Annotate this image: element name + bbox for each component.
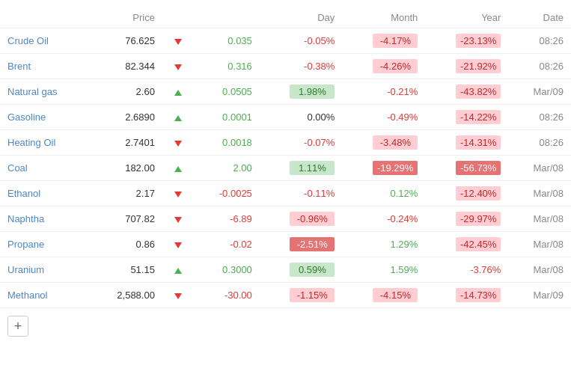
table-row[interactable]: Natural gas 2.60 0.0505 1.98% -0.21% -43… bbox=[0, 79, 571, 105]
col-header-change-abs bbox=[193, 7, 260, 28]
commodity-day: -0.11% bbox=[260, 181, 342, 206]
commodity-year: -23.13% bbox=[425, 28, 508, 54]
commodity-day: 1.11% bbox=[260, 156, 342, 181]
commodity-month: 0.12% bbox=[342, 181, 425, 206]
commodity-day: 0.59% bbox=[260, 257, 342, 283]
table-row[interactable]: Brent 82.344 0.316 -0.38% -4.26% -21.92%… bbox=[0, 54, 571, 79]
commodity-name[interactable]: Coal bbox=[0, 156, 89, 181]
commodity-day: -0.07% bbox=[260, 130, 342, 156]
commodity-arrow bbox=[162, 54, 193, 79]
commodity-year: -21.92% bbox=[425, 54, 508, 79]
commodity-day: 0.00% bbox=[260, 105, 342, 130]
commodity-month: -3.48% bbox=[342, 130, 425, 156]
add-row-button[interactable]: + bbox=[7, 316, 28, 337]
commodity-change-abs: 0.0001 bbox=[193, 105, 260, 130]
commodity-year: -14.22% bbox=[425, 105, 508, 130]
commodity-date: Mar/08 bbox=[508, 181, 571, 206]
table-row[interactable]: Uranium 51.15 0.3000 0.59% 1.59% -3.76% … bbox=[0, 257, 571, 283]
commodity-arrow bbox=[162, 28, 193, 54]
commodity-day: -0.38% bbox=[260, 54, 342, 79]
up-arrow-icon bbox=[174, 90, 182, 96]
commodity-day: -0.96% bbox=[260, 206, 342, 232]
commodity-month: -0.21% bbox=[342, 79, 425, 105]
commodity-change-abs: 0.0018 bbox=[193, 130, 260, 156]
down-arrow-icon bbox=[174, 242, 182, 248]
table-row[interactable]: Heating Oil 2.7401 0.0018 -0.07% -3.48% … bbox=[0, 130, 571, 156]
commodity-change-abs: -0.02 bbox=[193, 232, 260, 257]
commodity-date: 08:26 bbox=[508, 130, 571, 156]
down-arrow-icon bbox=[174, 293, 182, 299]
commodity-name[interactable]: Naphtha bbox=[0, 206, 89, 232]
commodity-name[interactable]: Crude Oil bbox=[0, 28, 89, 54]
table-row[interactable]: Gasoline 2.6890 0.0001 0.00% -0.49% -14.… bbox=[0, 105, 571, 130]
commodity-arrow bbox=[162, 181, 193, 206]
col-header-price: Price bbox=[89, 7, 162, 28]
commodity-month: -4.15% bbox=[342, 283, 425, 308]
commodity-year: -3.76% bbox=[425, 257, 508, 283]
commodity-day: -2.51% bbox=[260, 232, 342, 257]
commodity-day: -1.15% bbox=[260, 283, 342, 308]
table-row[interactable]: Methanol 2,588.00 -30.00 -1.15% -4.15% -… bbox=[0, 283, 571, 308]
commodity-arrow bbox=[162, 206, 193, 232]
commodity-month: -0.49% bbox=[342, 105, 425, 130]
commodity-name[interactable]: Gasoline bbox=[0, 105, 89, 130]
down-arrow-icon bbox=[174, 64, 182, 70]
commodity-arrow bbox=[162, 156, 193, 181]
commodity-name[interactable]: Heating Oil bbox=[0, 130, 89, 156]
col-header-name bbox=[0, 7, 89, 28]
commodity-change-abs: -0.0025 bbox=[193, 181, 260, 206]
table-row[interactable]: Ethanol 2.17 -0.0025 -0.11% 0.12% -12.40… bbox=[0, 181, 571, 206]
down-arrow-icon bbox=[174, 39, 182, 45]
commodity-date: 08:26 bbox=[508, 28, 571, 54]
commodity-date: Mar/08 bbox=[508, 206, 571, 232]
table-row[interactable]: Coal 182.00 2.00 1.11% -19.29% -56.73% M… bbox=[0, 156, 571, 181]
down-arrow-icon bbox=[174, 192, 182, 197]
commodity-price: 82.344 bbox=[89, 54, 162, 79]
commodity-change-abs: 0.3000 bbox=[193, 257, 260, 283]
down-arrow-icon bbox=[174, 141, 182, 147]
col-header-arrow bbox=[162, 7, 193, 28]
commodity-price: 2,588.00 bbox=[89, 283, 162, 308]
commodity-price: 76.625 bbox=[89, 28, 162, 54]
col-header-year: Year bbox=[425, 7, 508, 28]
col-header-date: Date bbox=[508, 7, 571, 28]
commodity-year: -12.40% bbox=[425, 181, 508, 206]
commodity-arrow bbox=[162, 283, 193, 308]
commodity-change-abs: 0.035 bbox=[193, 28, 260, 54]
commodity-month: -0.24% bbox=[342, 206, 425, 232]
commodity-name[interactable]: Uranium bbox=[0, 257, 89, 283]
up-arrow-icon bbox=[174, 166, 182, 172]
commodity-price: 2.7401 bbox=[89, 130, 162, 156]
commodity-name[interactable]: Methanol bbox=[0, 283, 89, 308]
commodity-year: -29.97% bbox=[425, 206, 508, 232]
commodity-price: 51.15 bbox=[89, 257, 162, 283]
commodity-year: -14.73% bbox=[425, 283, 508, 308]
commodity-name[interactable]: Propane bbox=[0, 232, 89, 257]
commodity-price: 2.17 bbox=[89, 181, 162, 206]
table-row[interactable]: Propane 0.86 -0.02 -2.51% 1.29% -42.45% … bbox=[0, 232, 571, 257]
commodity-change-abs: 0.0505 bbox=[193, 79, 260, 105]
commodity-name[interactable]: Brent bbox=[0, 54, 89, 79]
commodity-year: -56.73% bbox=[425, 156, 508, 181]
commodity-change-abs: -6.89 bbox=[193, 206, 260, 232]
commodity-day: 1.98% bbox=[260, 79, 342, 105]
commodity-price: 182.00 bbox=[89, 156, 162, 181]
commodity-price: 707.82 bbox=[89, 206, 162, 232]
commodity-name[interactable]: Natural gas bbox=[0, 79, 89, 105]
commodity-month: 1.29% bbox=[342, 232, 425, 257]
table-row[interactable]: Crude Oil 76.625 0.035 -0.05% -4.17% -23… bbox=[0, 28, 571, 54]
commodity-change-abs: 2.00 bbox=[193, 156, 260, 181]
table-row[interactable]: Naphtha 707.82 -6.89 -0.96% -0.24% -29.9… bbox=[0, 206, 571, 232]
commodity-price: 2.60 bbox=[89, 79, 162, 105]
commodity-name[interactable]: Ethanol bbox=[0, 181, 89, 206]
commodity-arrow bbox=[162, 130, 193, 156]
down-arrow-icon bbox=[174, 217, 182, 223]
commodity-date: Mar/08 bbox=[508, 257, 571, 283]
commodity-change-abs: -30.00 bbox=[193, 283, 260, 308]
commodity-date: Mar/09 bbox=[508, 79, 571, 105]
commodity-date: 08:26 bbox=[508, 105, 571, 130]
col-header-month: Month bbox=[342, 7, 425, 28]
commodity-year: -42.45% bbox=[425, 232, 508, 257]
commodity-price: 2.6890 bbox=[89, 105, 162, 130]
commodity-year: -43.82% bbox=[425, 79, 508, 105]
